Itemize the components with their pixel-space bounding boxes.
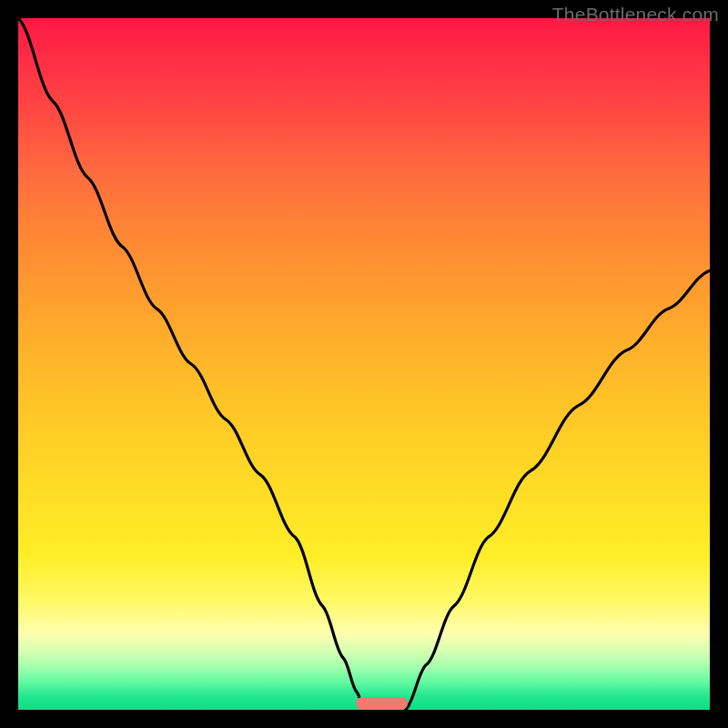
curve-layer [18, 18, 710, 710]
watermark-text: TheBottleneck.com [552, 4, 719, 25]
minimum-marker [356, 697, 408, 710]
right-branch-curve [406, 270, 710, 710]
chart-frame: TheBottleneck.com [0, 0, 728, 728]
plot-area [18, 18, 710, 710]
left-branch-curve [18, 18, 364, 710]
